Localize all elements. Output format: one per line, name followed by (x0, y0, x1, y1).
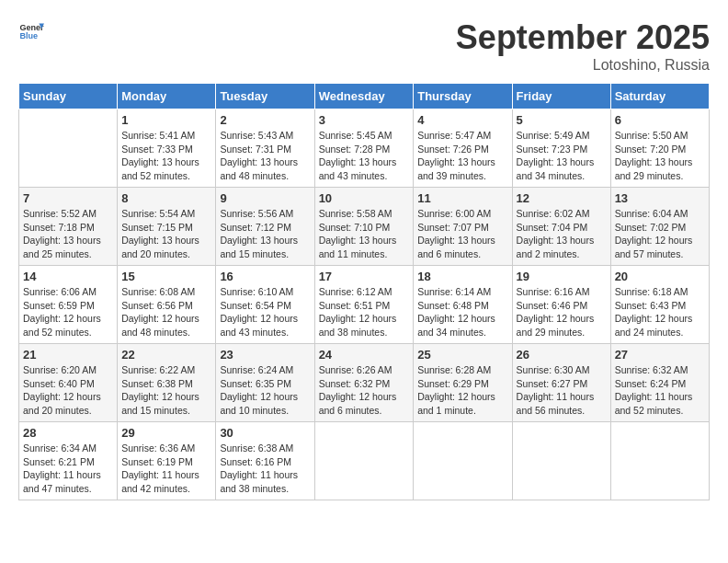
day-number: 26 (517, 348, 607, 362)
day-cell: 15Sunrise: 6:08 AM Sunset: 6:56 PM Dayli… (118, 266, 216, 344)
title-area: September 2025 Lotoshino, Russia (456, 18, 710, 74)
day-info: Sunrise: 6:08 AM Sunset: 6:56 PM Dayligh… (121, 285, 211, 339)
day-cell: 11Sunrise: 6:00 AM Sunset: 7:07 PM Dayli… (414, 188, 512, 266)
day-number: 2 (220, 113, 310, 127)
day-cell: 30Sunrise: 6:38 AM Sunset: 6:16 PM Dayli… (216, 422, 314, 500)
day-number: 21 (23, 348, 113, 362)
weekday-header-saturday: Saturday (610, 84, 709, 109)
day-info: Sunrise: 6:28 AM Sunset: 6:29 PM Dayligh… (417, 363, 507, 418)
day-cell: 13Sunrise: 6:04 AM Sunset: 7:02 PM Dayli… (610, 188, 709, 266)
day-cell: 3Sunrise: 5:45 AM Sunset: 7:28 PM Daylig… (314, 109, 414, 188)
day-info: Sunrise: 6:32 AM Sunset: 6:24 PM Dayligh… (615, 363, 705, 418)
day-cell: 28Sunrise: 6:34 AM Sunset: 6:21 PM Dayli… (19, 422, 118, 500)
day-info: Sunrise: 6:06 AM Sunset: 6:59 PM Dayligh… (23, 285, 113, 339)
day-info: Sunrise: 6:30 AM Sunset: 6:27 PM Dayligh… (517, 363, 607, 418)
day-number: 5 (517, 113, 607, 127)
day-cell: 5Sunrise: 5:49 AM Sunset: 7:23 PM Daylig… (512, 109, 610, 188)
day-number: 29 (121, 426, 211, 440)
day-info: Sunrise: 6:00 AM Sunset: 7:07 PM Dayligh… (417, 207, 507, 261)
day-number: 17 (319, 270, 410, 283)
day-cell: 2Sunrise: 5:43 AM Sunset: 7:31 PM Daylig… (216, 109, 314, 188)
day-number: 23 (220, 348, 310, 362)
day-cell: 19Sunrise: 6:16 AM Sunset: 6:46 PM Dayli… (512, 266, 610, 344)
day-number: 8 (121, 191, 211, 205)
logo: General Blue (18, 18, 44, 44)
day-number: 16 (220, 270, 310, 283)
day-number: 30 (220, 426, 310, 440)
day-info: Sunrise: 5:49 AM Sunset: 7:23 PM Dayligh… (517, 129, 607, 183)
day-number: 18 (417, 270, 507, 283)
day-number: 14 (23, 270, 113, 283)
day-number: 7 (23, 191, 113, 205)
day-number: 13 (615, 191, 705, 205)
week-row-2: 7Sunrise: 5:52 AM Sunset: 7:18 PM Daylig… (19, 188, 710, 266)
day-info: Sunrise: 5:58 AM Sunset: 7:10 PM Dayligh… (319, 207, 410, 261)
day-cell: 21Sunrise: 6:20 AM Sunset: 6:40 PM Dayli… (19, 344, 118, 422)
day-number: 19 (517, 270, 607, 283)
day-info: Sunrise: 6:22 AM Sunset: 6:38 PM Dayligh… (121, 363, 211, 418)
day-info: Sunrise: 5:52 AM Sunset: 7:18 PM Dayligh… (23, 207, 113, 261)
weekday-header-thursday: Thursday (414, 84, 512, 109)
day-number: 9 (220, 191, 310, 205)
day-number: 27 (615, 348, 705, 362)
week-row-1: 1Sunrise: 5:41 AM Sunset: 7:33 PM Daylig… (19, 109, 710, 188)
logo-icon: General Blue (18, 18, 44, 44)
week-row-5: 28Sunrise: 6:34 AM Sunset: 6:21 PM Dayli… (19, 422, 710, 500)
day-cell: 23Sunrise: 6:24 AM Sunset: 6:35 PM Dayli… (216, 344, 314, 422)
day-number: 24 (319, 348, 410, 362)
calendar-table: SundayMondayTuesdayWednesdayThursdayFrid… (18, 83, 710, 500)
day-cell: 9Sunrise: 5:56 AM Sunset: 7:12 PM Daylig… (216, 188, 314, 266)
day-number: 6 (615, 113, 705, 127)
location-title: Lotoshino, Russia (456, 57, 710, 74)
day-number: 10 (319, 191, 410, 205)
day-cell: 8Sunrise: 5:54 AM Sunset: 7:15 PM Daylig… (118, 188, 216, 266)
day-info: Sunrise: 6:20 AM Sunset: 6:40 PM Dayligh… (23, 363, 113, 418)
day-info: Sunrise: 5:47 AM Sunset: 7:26 PM Dayligh… (417, 129, 507, 183)
day-info: Sunrise: 6:38 AM Sunset: 6:16 PM Dayligh… (220, 442, 310, 496)
weekday-header-friday: Friday (512, 84, 610, 109)
weekday-header-wednesday: Wednesday (314, 84, 414, 109)
svg-text:Blue: Blue (19, 31, 38, 40)
page-header: General Blue September 2025 Lotoshino, R… (18, 18, 710, 74)
weekday-header-row: SundayMondayTuesdayWednesdayThursdayFrid… (19, 84, 710, 109)
day-cell: 20Sunrise: 6:18 AM Sunset: 6:43 PM Dayli… (610, 266, 709, 344)
day-info: Sunrise: 5:45 AM Sunset: 7:28 PM Dayligh… (319, 129, 410, 183)
day-cell: 27Sunrise: 6:32 AM Sunset: 6:24 PM Dayli… (610, 344, 709, 422)
day-cell: 18Sunrise: 6:14 AM Sunset: 6:48 PM Dayli… (414, 266, 512, 344)
day-info: Sunrise: 6:24 AM Sunset: 6:35 PM Dayligh… (220, 363, 310, 418)
day-cell (414, 422, 512, 500)
weekday-header-monday: Monday (118, 84, 216, 109)
day-cell (314, 422, 414, 500)
day-info: Sunrise: 5:50 AM Sunset: 7:20 PM Dayligh… (615, 129, 705, 183)
day-cell: 25Sunrise: 6:28 AM Sunset: 6:29 PM Dayli… (414, 344, 512, 422)
day-info: Sunrise: 6:16 AM Sunset: 6:46 PM Dayligh… (517, 285, 607, 339)
day-info: Sunrise: 6:18 AM Sunset: 6:43 PM Dayligh… (615, 285, 705, 339)
day-cell: 6Sunrise: 5:50 AM Sunset: 7:20 PM Daylig… (610, 109, 709, 188)
day-number: 22 (121, 348, 211, 362)
day-number: 20 (615, 270, 705, 283)
day-cell: 14Sunrise: 6:06 AM Sunset: 6:59 PM Dayli… (19, 266, 118, 344)
day-cell: 1Sunrise: 5:41 AM Sunset: 7:33 PM Daylig… (118, 109, 216, 188)
day-info: Sunrise: 6:04 AM Sunset: 7:02 PM Dayligh… (615, 207, 705, 261)
day-number: 11 (417, 191, 507, 205)
day-info: Sunrise: 6:12 AM Sunset: 6:51 PM Dayligh… (319, 285, 410, 339)
weekday-header-tuesday: Tuesday (216, 84, 314, 109)
week-row-4: 21Sunrise: 6:20 AM Sunset: 6:40 PM Dayli… (19, 344, 710, 422)
day-cell: 26Sunrise: 6:30 AM Sunset: 6:27 PM Dayli… (512, 344, 610, 422)
day-cell: 16Sunrise: 6:10 AM Sunset: 6:54 PM Dayli… (216, 266, 314, 344)
day-info: Sunrise: 6:26 AM Sunset: 6:32 PM Dayligh… (319, 363, 410, 418)
day-info: Sunrise: 6:14 AM Sunset: 6:48 PM Dayligh… (417, 285, 507, 339)
day-cell: 17Sunrise: 6:12 AM Sunset: 6:51 PM Dayli… (314, 266, 414, 344)
day-number: 25 (417, 348, 507, 362)
week-row-3: 14Sunrise: 6:06 AM Sunset: 6:59 PM Dayli… (19, 266, 710, 344)
day-cell (512, 422, 610, 500)
day-cell (610, 422, 709, 500)
day-info: Sunrise: 5:43 AM Sunset: 7:31 PM Dayligh… (220, 129, 310, 183)
day-number: 28 (23, 426, 113, 440)
month-title: September 2025 (456, 18, 710, 57)
day-number: 1 (121, 113, 211, 127)
day-cell: 4Sunrise: 5:47 AM Sunset: 7:26 PM Daylig… (414, 109, 512, 188)
day-info: Sunrise: 5:54 AM Sunset: 7:15 PM Dayligh… (121, 207, 211, 261)
day-cell: 10Sunrise: 5:58 AM Sunset: 7:10 PM Dayli… (314, 188, 414, 266)
day-info: Sunrise: 6:02 AM Sunset: 7:04 PM Dayligh… (517, 207, 607, 261)
